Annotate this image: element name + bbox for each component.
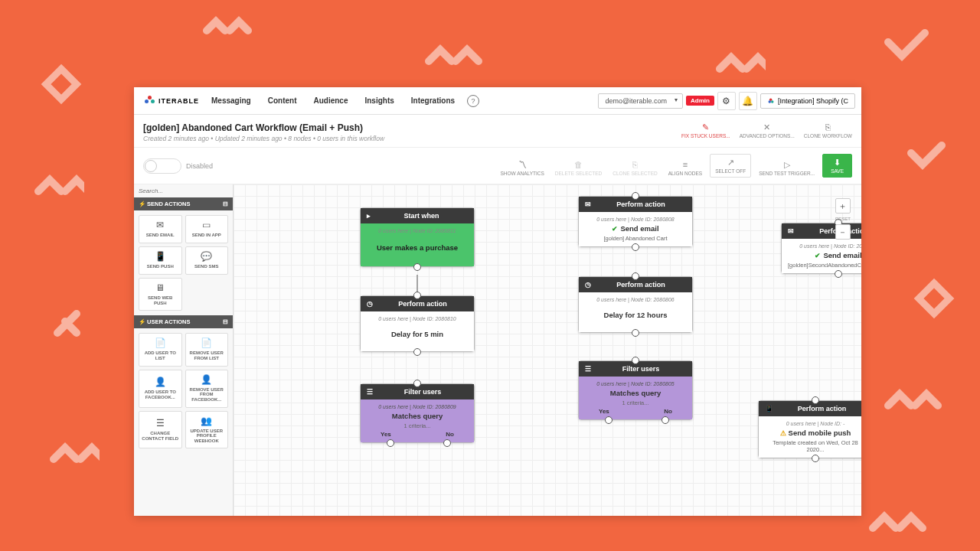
zoom-out-button[interactable]: － <box>835 224 851 240</box>
account-dropdown[interactable]: demo@iterable.com <box>598 93 683 109</box>
send-actions-header[interactable]: ⚡ SEND ACTIONS⊟ <box>134 197 233 210</box>
main-nav: Messaging Content Audience Insights Inte… <box>204 89 462 112</box>
help-icon[interactable]: ? <box>467 95 479 107</box>
nav-integrations[interactable]: Integrations <box>403 89 462 112</box>
save-button[interactable]: ⬇SAVE <box>822 154 852 178</box>
zoom-in-button[interactable]: ＋ <box>835 198 851 214</box>
clone-selected-button[interactable]: ⎘CLONE SELECTED <box>609 158 661 178</box>
clone-workflow-button[interactable]: ⎘CLONE WORKFLOW <box>804 122 852 139</box>
node-filter-1[interactable]: ☰Filter users 0 users here | Node ID: 20… <box>360 383 475 443</box>
node-delay-5min[interactable]: ◷Perform action 0 users here | Node ID: … <box>360 295 475 352</box>
settings-icon[interactable]: ⚙ <box>717 92 736 110</box>
tile-add-user-to-facebook[interactable]: 👤ADD USER TO FACEBOOK... <box>139 370 182 408</box>
tile-send-in-app[interactable]: ▭SEND IN APP <box>185 215 229 243</box>
brand-logo[interactable]: ITERABLE <box>140 96 204 106</box>
tile-update-user-webhook[interactable]: 👥UPDATE USER PROFILE WEBHOOK <box>185 411 229 449</box>
show-analytics-button[interactable]: 〽SHOW ANALYTICS <box>497 158 547 178</box>
workflow-meta: Created 2 minutes ago • Updated 2 minute… <box>143 135 681 142</box>
node-delay-12h[interactable]: ◷Perform action 0 users here | Node ID: … <box>578 276 693 333</box>
canvas-toolbar: Disabled 〽SHOW ANALYTICS 🗑DELETE SELECTE… <box>134 148 861 184</box>
node-send-email-1[interactable]: ✉Perform action 0 users here | Node ID: … <box>578 196 693 247</box>
workflow-header: [golden] Abandoned Cart Workflow (Email … <box>134 115 861 148</box>
admin-badge: Admin <box>686 96 714 106</box>
org-dropdown[interactable]: [Integration] Shopify (C <box>760 93 855 109</box>
node-palette: ⚡ SEND ACTIONS⊟ ✉SEND EMAIL ▭SEND IN APP… <box>134 184 234 516</box>
node-filter-2[interactable]: ☰Filter users 0 users here | Node ID: 20… <box>578 360 693 420</box>
workflow-title: [golden] Abandoned Cart Workflow (Email … <box>143 122 681 133</box>
zoom-controls: ＋ RESET － <box>835 198 851 240</box>
advanced-options-button[interactable]: ✕ADVANCED OPTIONS... <box>740 122 795 139</box>
tile-send-web-push[interactable]: 🖥SEND WEB PUSH <box>139 278 182 311</box>
phone-icon: 📱 <box>765 405 773 412</box>
tile-send-sms[interactable]: 💬SEND SMS <box>185 246 229 275</box>
filter-icon: ☰ <box>585 365 591 373</box>
tile-send-push[interactable]: 📱SEND PUSH <box>139 246 182 275</box>
clock-icon: ◷ <box>585 281 591 289</box>
workflow-canvas[interactable]: ▸Start when 0 users here | Node ID: 2080… <box>234 184 861 516</box>
mail-icon: ✉ <box>585 201 591 208</box>
mail-icon: ✉ <box>788 227 794 235</box>
align-nodes-button[interactable]: ≡ALIGN NODES <box>665 158 705 178</box>
tile-add-user-to-list[interactable]: 📄ADD USER TO LIST <box>139 333 182 366</box>
zoom-reset-button[interactable]: RESET <box>835 215 851 223</box>
enable-toggle[interactable] <box>143 158 181 174</box>
nav-audience[interactable]: Audience <box>305 89 355 112</box>
toggle-label: Disabled <box>186 162 213 170</box>
nav-insights[interactable]: Insights <box>357 89 401 112</box>
tile-remove-user-from-list[interactable]: 📄REMOVE USER FROM LIST <box>185 333 229 366</box>
notifications-icon[interactable]: 🔔 <box>739 92 757 110</box>
tile-remove-user-from-facebook[interactable]: 👤REMOVE USER FROM FACEBOOK... <box>185 370 229 408</box>
fix-stuck-users-button[interactable]: ✎FIX STUCK USERS... <box>681 122 730 139</box>
filter-icon: ☰ <box>367 388 373 396</box>
send-test-trigger-button[interactable]: ▷SEND TEST TRIGGER... <box>756 158 818 178</box>
search-input[interactable] <box>134 184 233 197</box>
tile-send-email[interactable]: ✉SEND EMAIL <box>139 215 182 243</box>
play-icon: ▸ <box>367 212 371 220</box>
select-off-button[interactable]: ↗SELECT OFF <box>710 154 751 178</box>
node-start-trigger[interactable]: ▸Start when 0 users here | Node ID: 2080… <box>360 207 475 267</box>
delete-selected-button[interactable]: 🗑DELETE SELECTED <box>552 158 605 178</box>
app-window: ITERABLE Messaging Content Audience Insi… <box>134 87 861 516</box>
nav-content[interactable]: Content <box>260 89 305 112</box>
brand-name: ITERABLE <box>158 97 199 105</box>
user-actions-header[interactable]: ⚡ USER ACTIONS⊟ <box>134 315 233 328</box>
topbar: ITERABLE Messaging Content Audience Insi… <box>134 87 861 115</box>
node-mobile-push[interactable]: 📱Perform action 0 users here | Node ID: … <box>758 400 861 458</box>
clock-icon: ◷ <box>367 300 373 308</box>
tile-change-contact-field[interactable]: ☰CHANGE CONTACT FIELD <box>139 411 182 449</box>
nav-messaging[interactable]: Messaging <box>204 89 259 112</box>
